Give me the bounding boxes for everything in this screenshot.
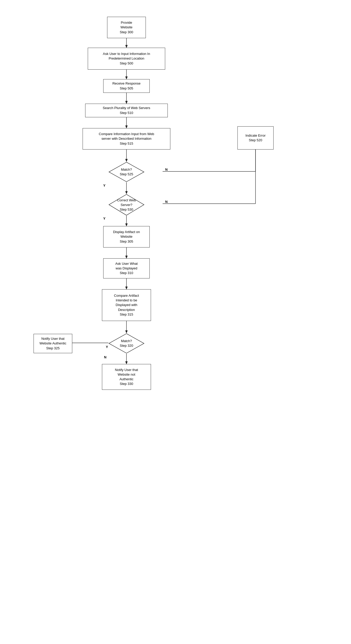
step-330-box: Notify User thatWebsite notAuthenticStep… [102,364,151,390]
step-530-y-label: Y [103,217,106,220]
step-325-box: Notify User thatWebsite AuthenticStep 32… [34,334,72,353]
step-525-y-label: Y [103,184,106,187]
svg-marker-1 [125,45,127,48]
svg-marker-18 [125,224,127,226]
step-500-box: Ask User to Input Information InPredeter… [88,48,165,70]
step-505-box: Receive ResponseStep 505 [103,79,150,93]
step-315-box: Compare ArtifactIntended to beDisplayed … [102,289,151,321]
flowchart: Provide Website Step 300 Ask User to Inp… [0,0,351,644]
step-325-label: Notify User thatWebsite AuthenticStep 32… [39,336,66,351]
svg-marker-14 [125,191,127,194]
step-515-label: Compare Information Input from Webserver… [99,132,154,146]
svg-marker-20 [125,256,127,258]
step-310-label: Ask User Whatwas DisplayedStep 310 [115,261,138,276]
step-305-label: Display Artifact onWebsiteStep 305 [113,230,140,244]
svg-marker-9 [125,159,127,162]
step-500-label: Ask User to Input Information InPredeter… [103,52,150,66]
step-300-label: Provide Website Step 300 [120,20,133,35]
step-320-n-label: N [104,355,106,359]
step-330-label: Notify User thatWebsite notAuthenticStep… [115,368,138,386]
step-315-label: Compare ArtifactIntended to beDisplayed … [114,293,139,317]
step-520-label: Indicate ErrorStep 520 [245,133,266,143]
step-320-diamond: Match?Step 320 [108,333,145,354]
svg-marker-31 [109,334,144,353]
svg-marker-28 [125,361,127,364]
step-510-label: Search Plurality of Web ServersStep 510 [103,106,150,115]
arrows-layer [0,0,351,644]
step-525-n-label: N [165,168,167,171]
step-515-box: Compare Information Input from Webserver… [83,128,170,150]
step-530-diamond: Correct WebServer?Step 530 [108,194,145,216]
step-300-box: Provide Website Step 300 [107,17,146,38]
step-525-diamond: Match?Step 525 [108,162,145,182]
step-505-label: Receive ResponseStep 505 [112,81,140,90]
step-510-box: Search Plurality of Web ServersStep 510 [85,104,168,117]
step-520-box: Indicate ErrorStep 520 [237,126,274,150]
svg-marker-30 [109,194,144,215]
step-305-box: Display Artifact onWebsiteStep 305 [103,226,150,247]
step-310-box: Ask User Whatwas DisplayedStep 310 [103,258,150,278]
svg-marker-7 [125,126,127,128]
svg-marker-24 [125,331,127,333]
svg-marker-5 [125,101,127,104]
svg-marker-3 [125,77,127,79]
svg-marker-29 [109,162,144,182]
step-530-n-label: N [165,200,167,204]
svg-marker-22 [125,287,127,289]
step-320-y-label: Y [106,345,108,349]
